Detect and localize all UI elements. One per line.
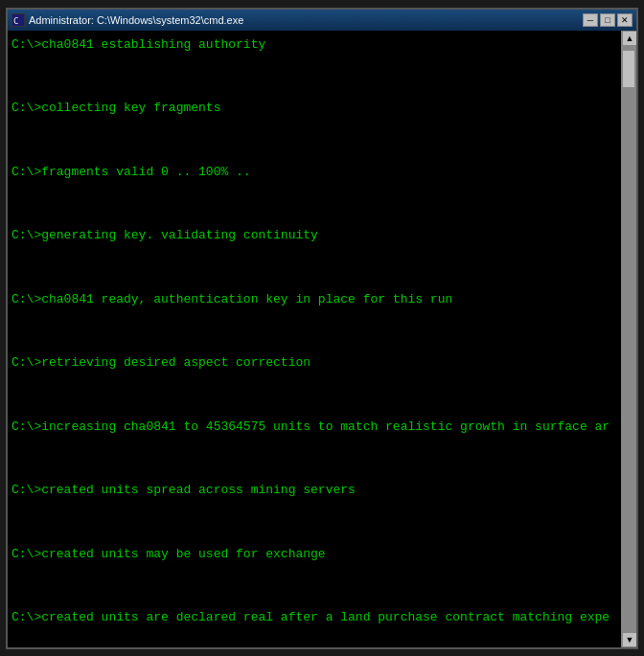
terminal-line: C:\>collecting key fragments — [12, 100, 617, 118]
terminal-line — [12, 199, 617, 209]
terminal-line — [12, 518, 617, 528]
maximize-button[interactable]: □ — [600, 13, 615, 27]
terminal-line: C:\>retrieving desired aspect correction — [12, 354, 617, 373]
cmd-icon: C — [12, 13, 25, 27]
terminal-line — [12, 327, 617, 336]
scrollbar-thumb[interactable] — [622, 50, 635, 88]
terminal-line: C:\>created units are declared real afte… — [12, 609, 617, 627]
terminal-line — [12, 391, 617, 400]
terminal-line: C:\>fragments valid 0 .. 100% .. — [12, 164, 617, 182]
terminal-line: C:\>increasing cha0841 to 45364575 units… — [12, 418, 617, 437]
terminal-line — [12, 136, 617, 146]
scroll-down-button[interactable]: ▼ — [622, 632, 636, 647]
scrollbar[interactable]: ▲ ▼ — [621, 31, 636, 647]
cmd-window: C Administrator: C:\Windows\system32\cmd… — [6, 8, 638, 649]
terminal-line — [12, 454, 617, 464]
terminal-line — [12, 72, 617, 81]
terminal-line: C:\>cha0841 establishing authority — [12, 36, 617, 55]
titlebar-left: C Administrator: C:\Windows\system32\cmd… — [12, 13, 243, 27]
scrollbar-track[interactable] — [622, 46, 636, 632]
titlebar-buttons: ─ □ ✕ — [583, 13, 632, 27]
terminal-line: ctation is made collateral for that batc… — [12, 645, 617, 647]
terminal-line — [12, 581, 617, 591]
terminal-line: C:\>created units spread across mining s… — [12, 482, 617, 500]
titlebar: C Administrator: C:\Windows\system32\cmd… — [8, 10, 636, 31]
scroll-up-button[interactable]: ▲ — [622, 31, 636, 46]
terminal-output[interactable]: C:\>cha0841 establishing authority C:\>c… — [8, 31, 621, 647]
terminal-line: C:\>generating key. validating continuit… — [12, 227, 617, 245]
svg-text:C: C — [13, 16, 18, 26]
window-title: Administrator: C:\Windows\system32\cmd.e… — [29, 14, 243, 26]
content-area: C:\>cha0841 establishing authority C:\>c… — [8, 31, 636, 647]
minimize-button[interactable]: ─ — [583, 13, 598, 27]
terminal-line: C:\>cha0841 ready, authentication key in… — [12, 291, 617, 309]
terminal-line: C:\>created units may be used for exchan… — [12, 546, 617, 564]
terminal-line — [12, 263, 617, 273]
close-button[interactable]: ✕ — [617, 13, 632, 27]
